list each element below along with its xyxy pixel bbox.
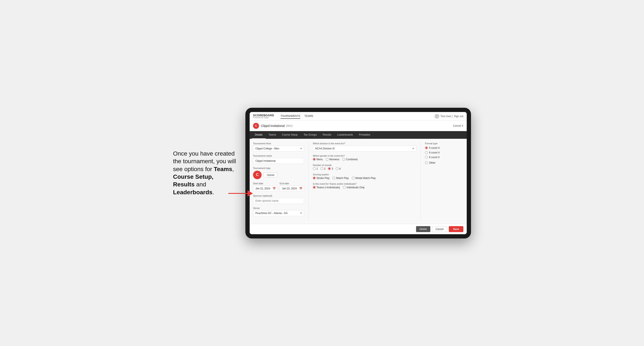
dates-group: Start date 📅 End date 📅 <box>253 182 304 191</box>
footer-bar: Delete Cancel Save <box>250 224 467 234</box>
start-date-group: Start date 📅 <box>253 182 278 191</box>
format-5count4-radio[interactable] <box>425 147 428 149</box>
user-avatar <box>434 114 439 119</box>
cancel-button[interactable]: Cancel <box>432 226 447 232</box>
tab-tee-groups[interactable]: Tee Groups <box>300 131 320 139</box>
format-options: 5 count 4 6 count 4 6 count 5 Other <box>425 147 463 164</box>
scoring-medal[interactable]: Medal Match Play <box>352 176 376 179</box>
end-date-label: End date <box>280 182 304 185</box>
tab-results[interactable]: Results <box>320 131 334 139</box>
bold-course-setup: Course Setup, <box>173 173 214 180</box>
arrow-icon <box>228 186 254 201</box>
format-title: Format type <box>425 142 463 145</box>
end-date-group: End date 📅 <box>280 182 304 191</box>
format-other[interactable]: Other <box>425 161 463 164</box>
left-form-column: Tournament Host Clippd College - Men Tou… <box>253 142 304 220</box>
gender-mens-radio[interactable] <box>313 158 316 161</box>
name-group: Tournament name <box>253 155 304 164</box>
sign-out-link[interactable]: Sign out <box>454 115 463 118</box>
tab-course-setup[interactable]: Course Setup <box>279 131 300 139</box>
bold-teams: Teams <box>214 166 232 172</box>
gender-mens[interactable]: Mens <box>313 158 323 161</box>
right-form-column: Which division is the event for? NCAA Di… <box>313 142 416 220</box>
teams-group: Is this event for Teams and/or Individua… <box>313 182 416 189</box>
logo-upload-row: C Upload <box>253 171 304 179</box>
tab-leaderboards[interactable]: Leaderboards <box>334 131 356 139</box>
gender-combined-radio[interactable] <box>342 158 345 161</box>
start-date-input[interactable] <box>253 185 278 191</box>
nav-teams[interactable]: TEAMS <box>304 114 313 119</box>
logo-area: SCOREBOARD Powered by clippd <box>253 114 274 119</box>
end-date-input[interactable] <box>280 185 304 191</box>
format-5count4[interactable]: 5 count 4 <box>425 147 463 149</box>
format-6count4[interactable]: 6 count 4 <box>425 151 463 154</box>
gender-combined[interactable]: Combined <box>342 158 358 161</box>
nav-links: TOURNAMENTS TEAMS <box>280 114 430 119</box>
rounds-1[interactable]: 1 <box>313 167 318 170</box>
scoring-match-radio[interactable] <box>332 176 335 179</box>
top-nav: SCOREBOARD Powered by clippd TOURNAMENTS… <box>250 112 467 121</box>
host-select[interactable]: Clippd College - Men <box>253 146 304 152</box>
tab-teams[interactable]: Teams <box>266 131 279 139</box>
division-select[interactable]: NCAA Division III <box>313 146 416 152</box>
scoring-match[interactable]: Match Play <box>332 176 348 179</box>
gender-womens[interactable]: Womens <box>326 158 339 161</box>
rounds-4-radio[interactable] <box>336 167 338 170</box>
rounds-label: Number of rounds <box>313 164 416 167</box>
scoring-label: Scoring system <box>313 173 416 176</box>
tablet-device: SCOREBOARD Powered by clippd TOURNAMENTS… <box>246 108 471 238</box>
gender-label: Which gender is the event for? <box>313 155 416 157</box>
sponsor-group: Sponsor (optional) <box>253 194 304 204</box>
delete-button[interactable]: Delete <box>416 226 430 232</box>
name-label: Tournament name <box>253 155 304 157</box>
name-input[interactable] <box>253 158 304 164</box>
logo-group: Tournament logo C Upload <box>253 167 304 179</box>
rounds-4[interactable]: 4 <box>336 167 341 170</box>
tab-bar: Details Teams Course Setup Tee Groups Re… <box>250 131 467 139</box>
rounds-1-radio[interactable] <box>313 167 316 170</box>
format-6count5[interactable]: 6 count 5 <box>425 156 463 159</box>
rounds-3[interactable]: 3 <box>328 167 333 170</box>
svg-marker-1 <box>248 190 253 197</box>
main-content: Tournament Host Clippd College - Men Tou… <box>250 139 467 224</box>
division-label: Which division is the event for? <box>313 142 416 145</box>
format-6count5-radio[interactable] <box>425 156 428 159</box>
logo-preview: C <box>253 171 262 179</box>
gender-womens-radio[interactable] <box>326 158 328 161</box>
venue-select[interactable]: Peachtree GC - Atlanta - GA <box>253 210 304 216</box>
upload-button[interactable]: Upload <box>264 172 278 177</box>
bold-results: Results <box>173 181 194 188</box>
tournament-gender: (Men) <box>286 124 293 127</box>
individuals-only[interactable]: Individuals Only <box>343 186 364 189</box>
end-date-wrap: 📅 <box>280 185 304 191</box>
scoring-medal-radio[interactable] <box>352 176 354 179</box>
teams-label: Is this event for Teams and/or Individua… <box>313 182 416 185</box>
scoring-stroke-radio[interactable] <box>313 176 316 179</box>
sponsor-input[interactable] <box>253 198 304 204</box>
rounds-3-radio[interactable] <box>328 167 331 170</box>
teams-plus-radio[interactable] <box>313 186 316 189</box>
rounds-2[interactable]: 2 <box>320 167 326 170</box>
format-6count4-radio[interactable] <box>425 151 428 154</box>
instruction-text: Once you have created the tournament, yo… <box>173 150 237 196</box>
format-other-radio[interactable] <box>425 161 428 164</box>
bold-leaderboards: Leaderboards <box>173 189 212 195</box>
logo-sub: Powered by clippd <box>253 117 274 119</box>
gender-group: Which gender is the event for? Mens Wome… <box>313 155 416 161</box>
user-area: Test User | Sign out <box>434 114 463 119</box>
individuals-only-radio[interactable] <box>343 186 346 189</box>
tournament-icon: C <box>253 123 259 129</box>
scoring-group: Scoring system Stroke Play Match Play <box>313 173 416 179</box>
teams-plus-individuals[interactable]: Teams (+Individuals) <box>313 186 340 189</box>
venue-label: Venue <box>253 207 304 209</box>
nav-tournaments[interactable]: TOURNAMENTS <box>280 114 300 119</box>
save-button[interactable]: Save <box>449 226 463 232</box>
tournament-title: Clippd Invitational <box>261 124 285 128</box>
scoring-stroke[interactable]: Stroke Play <box>313 176 330 179</box>
tab-printables[interactable]: Printables <box>356 131 373 139</box>
header-cancel-button[interactable]: Cancel X <box>453 124 463 127</box>
rounds-radio-group: 1 2 3 4 <box>313 167 416 170</box>
tab-details[interactable]: Details <box>252 131 266 139</box>
rounds-2-radio[interactable] <box>320 167 323 170</box>
sponsor-label: Sponsor (optional) <box>253 194 304 197</box>
